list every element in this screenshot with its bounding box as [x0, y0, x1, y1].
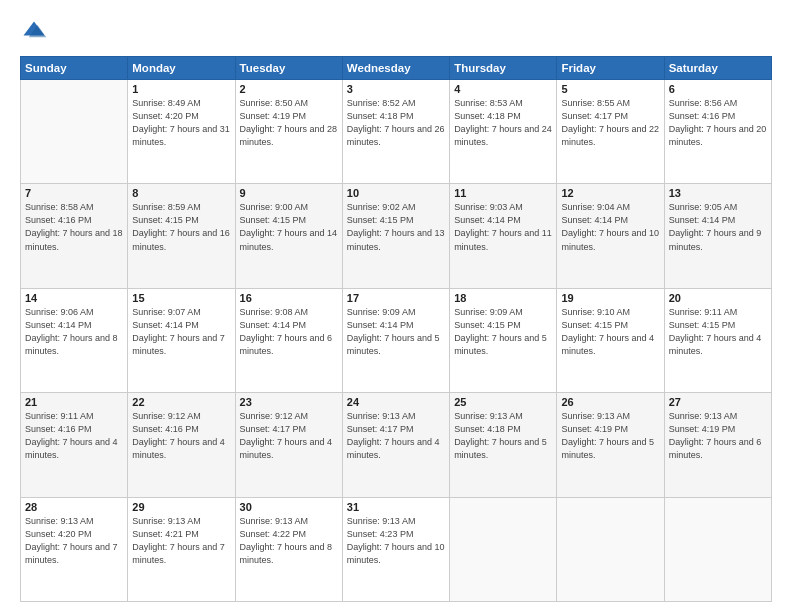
calendar-cell: 18Sunrise: 9:09 AMSunset: 4:15 PMDayligh… [450, 288, 557, 392]
day-number: 17 [347, 292, 445, 304]
calendar-cell [21, 80, 128, 184]
col-header-tuesday: Tuesday [235, 57, 342, 80]
day-number: 9 [240, 187, 338, 199]
calendar-table: SundayMondayTuesdayWednesdayThursdayFrid… [20, 56, 772, 602]
calendar-week-row: 14Sunrise: 9:06 AMSunset: 4:14 PMDayligh… [21, 288, 772, 392]
day-number: 18 [454, 292, 552, 304]
day-number: 20 [669, 292, 767, 304]
calendar-cell: 19Sunrise: 9:10 AMSunset: 4:15 PMDayligh… [557, 288, 664, 392]
calendar-header-row: SundayMondayTuesdayWednesdayThursdayFrid… [21, 57, 772, 80]
calendar-cell [450, 497, 557, 601]
day-info: Sunrise: 9:11 AMSunset: 4:16 PMDaylight:… [25, 410, 123, 462]
calendar-week-row: 7Sunrise: 8:58 AMSunset: 4:16 PMDaylight… [21, 184, 772, 288]
calendar-cell: 21Sunrise: 9:11 AMSunset: 4:16 PMDayligh… [21, 393, 128, 497]
calendar-cell [664, 497, 771, 601]
day-info: Sunrise: 9:00 AMSunset: 4:15 PMDaylight:… [240, 201, 338, 253]
day-info: Sunrise: 9:13 AMSunset: 4:23 PMDaylight:… [347, 515, 445, 567]
day-number: 3 [347, 83, 445, 95]
day-info: Sunrise: 9:06 AMSunset: 4:14 PMDaylight:… [25, 306, 123, 358]
day-info: Sunrise: 9:13 AMSunset: 4:18 PMDaylight:… [454, 410, 552, 462]
calendar-cell: 31Sunrise: 9:13 AMSunset: 4:23 PMDayligh… [342, 497, 449, 601]
calendar-cell: 11Sunrise: 9:03 AMSunset: 4:14 PMDayligh… [450, 184, 557, 288]
day-number: 21 [25, 396, 123, 408]
day-number: 8 [132, 187, 230, 199]
calendar-cell: 5Sunrise: 8:55 AMSunset: 4:17 PMDaylight… [557, 80, 664, 184]
day-info: Sunrise: 9:03 AMSunset: 4:14 PMDaylight:… [454, 201, 552, 253]
header [20, 18, 772, 46]
day-number: 24 [347, 396, 445, 408]
page: SundayMondayTuesdayWednesdayThursdayFrid… [0, 0, 792, 612]
day-number: 16 [240, 292, 338, 304]
day-number: 19 [561, 292, 659, 304]
calendar-cell: 9Sunrise: 9:00 AMSunset: 4:15 PMDaylight… [235, 184, 342, 288]
day-info: Sunrise: 9:04 AMSunset: 4:14 PMDaylight:… [561, 201, 659, 253]
day-number: 15 [132, 292, 230, 304]
day-info: Sunrise: 9:13 AMSunset: 4:19 PMDaylight:… [561, 410, 659, 462]
calendar-cell: 25Sunrise: 9:13 AMSunset: 4:18 PMDayligh… [450, 393, 557, 497]
day-number: 23 [240, 396, 338, 408]
col-header-monday: Monday [128, 57, 235, 80]
calendar-cell: 24Sunrise: 9:13 AMSunset: 4:17 PMDayligh… [342, 393, 449, 497]
day-info: Sunrise: 8:52 AMSunset: 4:18 PMDaylight:… [347, 97, 445, 149]
day-number: 2 [240, 83, 338, 95]
calendar-week-row: 28Sunrise: 9:13 AMSunset: 4:20 PMDayligh… [21, 497, 772, 601]
calendar-cell: 6Sunrise: 8:56 AMSunset: 4:16 PMDaylight… [664, 80, 771, 184]
calendar-cell: 7Sunrise: 8:58 AMSunset: 4:16 PMDaylight… [21, 184, 128, 288]
col-header-saturday: Saturday [664, 57, 771, 80]
calendar-cell: 1Sunrise: 8:49 AMSunset: 4:20 PMDaylight… [128, 80, 235, 184]
day-info: Sunrise: 9:09 AMSunset: 4:15 PMDaylight:… [454, 306, 552, 358]
calendar-cell: 15Sunrise: 9:07 AMSunset: 4:14 PMDayligh… [128, 288, 235, 392]
day-number: 10 [347, 187, 445, 199]
day-number: 6 [669, 83, 767, 95]
day-info: Sunrise: 8:56 AMSunset: 4:16 PMDaylight:… [669, 97, 767, 149]
day-info: Sunrise: 9:13 AMSunset: 4:21 PMDaylight:… [132, 515, 230, 567]
logo [20, 18, 52, 46]
calendar-week-row: 1Sunrise: 8:49 AMSunset: 4:20 PMDaylight… [21, 80, 772, 184]
day-info: Sunrise: 8:50 AMSunset: 4:19 PMDaylight:… [240, 97, 338, 149]
day-number: 12 [561, 187, 659, 199]
calendar-cell: 17Sunrise: 9:09 AMSunset: 4:14 PMDayligh… [342, 288, 449, 392]
day-info: Sunrise: 9:10 AMSunset: 4:15 PMDaylight:… [561, 306, 659, 358]
logo-icon [20, 18, 48, 46]
day-info: Sunrise: 9:08 AMSunset: 4:14 PMDaylight:… [240, 306, 338, 358]
day-info: Sunrise: 9:13 AMSunset: 4:22 PMDaylight:… [240, 515, 338, 567]
calendar-cell: 23Sunrise: 9:12 AMSunset: 4:17 PMDayligh… [235, 393, 342, 497]
day-number: 28 [25, 501, 123, 513]
day-number: 4 [454, 83, 552, 95]
day-number: 7 [25, 187, 123, 199]
calendar-cell: 28Sunrise: 9:13 AMSunset: 4:20 PMDayligh… [21, 497, 128, 601]
calendar-cell: 3Sunrise: 8:52 AMSunset: 4:18 PMDaylight… [342, 80, 449, 184]
day-info: Sunrise: 9:12 AMSunset: 4:17 PMDaylight:… [240, 410, 338, 462]
day-info: Sunrise: 9:13 AMSunset: 4:20 PMDaylight:… [25, 515, 123, 567]
calendar-week-row: 21Sunrise: 9:11 AMSunset: 4:16 PMDayligh… [21, 393, 772, 497]
day-number: 14 [25, 292, 123, 304]
col-header-sunday: Sunday [21, 57, 128, 80]
calendar-cell: 4Sunrise: 8:53 AMSunset: 4:18 PMDaylight… [450, 80, 557, 184]
calendar-cell [557, 497, 664, 601]
day-info: Sunrise: 8:55 AMSunset: 4:17 PMDaylight:… [561, 97, 659, 149]
calendar-cell: 29Sunrise: 9:13 AMSunset: 4:21 PMDayligh… [128, 497, 235, 601]
day-info: Sunrise: 9:11 AMSunset: 4:15 PMDaylight:… [669, 306, 767, 358]
calendar-cell: 30Sunrise: 9:13 AMSunset: 4:22 PMDayligh… [235, 497, 342, 601]
calendar-cell: 12Sunrise: 9:04 AMSunset: 4:14 PMDayligh… [557, 184, 664, 288]
day-info: Sunrise: 8:53 AMSunset: 4:18 PMDaylight:… [454, 97, 552, 149]
day-info: Sunrise: 8:49 AMSunset: 4:20 PMDaylight:… [132, 97, 230, 149]
calendar-cell: 14Sunrise: 9:06 AMSunset: 4:14 PMDayligh… [21, 288, 128, 392]
day-number: 1 [132, 83, 230, 95]
col-header-friday: Friday [557, 57, 664, 80]
calendar-cell: 22Sunrise: 9:12 AMSunset: 4:16 PMDayligh… [128, 393, 235, 497]
day-info: Sunrise: 9:13 AMSunset: 4:19 PMDaylight:… [669, 410, 767, 462]
day-number: 22 [132, 396, 230, 408]
calendar-cell: 26Sunrise: 9:13 AMSunset: 4:19 PMDayligh… [557, 393, 664, 497]
col-header-thursday: Thursday [450, 57, 557, 80]
calendar-cell: 2Sunrise: 8:50 AMSunset: 4:19 PMDaylight… [235, 80, 342, 184]
day-info: Sunrise: 9:09 AMSunset: 4:14 PMDaylight:… [347, 306, 445, 358]
day-number: 25 [454, 396, 552, 408]
calendar-cell: 16Sunrise: 9:08 AMSunset: 4:14 PMDayligh… [235, 288, 342, 392]
day-number: 5 [561, 83, 659, 95]
day-number: 29 [132, 501, 230, 513]
day-number: 11 [454, 187, 552, 199]
day-info: Sunrise: 9:12 AMSunset: 4:16 PMDaylight:… [132, 410, 230, 462]
calendar-cell: 27Sunrise: 9:13 AMSunset: 4:19 PMDayligh… [664, 393, 771, 497]
day-info: Sunrise: 9:05 AMSunset: 4:14 PMDaylight:… [669, 201, 767, 253]
